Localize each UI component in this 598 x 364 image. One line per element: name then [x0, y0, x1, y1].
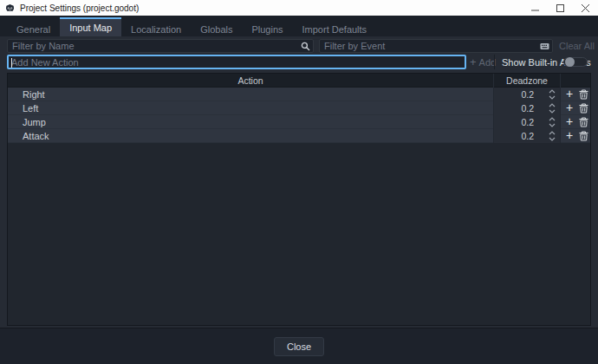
- trash-icon[interactable]: [579, 117, 588, 127]
- close-icon[interactable]: [573, 0, 598, 16]
- filter-by-event-input[interactable]: [320, 40, 552, 52]
- add-event-icon[interactable]: +: [566, 115, 573, 128]
- tab-import-defaults[interactable]: Import Defaults: [293, 19, 377, 36]
- add-event-icon[interactable]: +: [566, 129, 573, 142]
- trash-icon[interactable]: [579, 89, 588, 100]
- filter-by-name-input[interactable]: [8, 40, 313, 52]
- deadzone-spinbox[interactable]: 0.2: [493, 129, 560, 143]
- deadzone-value[interactable]: 0.2: [521, 115, 534, 129]
- text-caret: [11, 58, 12, 68]
- deadzone-value[interactable]: 0.2: [521, 129, 534, 143]
- spinner-icon[interactable]: [549, 89, 556, 100]
- column-header-action[interactable]: Action: [8, 74, 493, 88]
- event-capture-icon[interactable]: [540, 42, 549, 51]
- add-event-icon[interactable]: +: [566, 88, 573, 101]
- titlebar[interactable]: Project Settings (project.godot): [0, 0, 598, 16]
- trash-icon[interactable]: [579, 103, 588, 114]
- column-header-deadzone[interactable]: Deadzone: [493, 74, 560, 88]
- row-buttons: +: [560, 101, 592, 115]
- column-header-buttons: [560, 74, 591, 88]
- project-settings-window: Project Settings (project.godot) General…: [0, 0, 598, 364]
- plus-icon: +: [470, 58, 477, 67]
- show-builtin-actions-toggle[interactable]: [563, 57, 588, 67]
- deadzone-value[interactable]: 0.2: [521, 101, 534, 115]
- add-new-action-field: [7, 55, 466, 69]
- tree-header: Action Deadzone: [8, 74, 590, 88]
- toolbar-divider: [494, 55, 495, 69]
- row-buttons: +: [560, 129, 592, 143]
- action-row[interactable]: Jump 0.2 +: [8, 115, 590, 129]
- add-action-button[interactable]: + Add: [470, 55, 496, 69]
- search-icon: [301, 42, 310, 51]
- filter-by-event-field: [319, 39, 553, 53]
- minimize-icon[interactable]: [523, 0, 548, 16]
- row-buttons: +: [560, 115, 592, 129]
- trash-icon[interactable]: [579, 131, 588, 141]
- toggle-knob: [565, 57, 575, 67]
- tab-input-map[interactable]: Input Map: [60, 17, 121, 36]
- deadzone-value[interactable]: 0.2: [521, 88, 534, 101]
- action-row[interactable]: Attack 0.2 +: [8, 129, 590, 143]
- row-buttons: +: [560, 88, 592, 101]
- action-row[interactable]: Right 0.2 +: [8, 88, 590, 101]
- action-row[interactable]: Left 0.2 +: [8, 101, 590, 115]
- deadzone-spinbox[interactable]: 0.2: [493, 88, 560, 101]
- filter-by-name-field: [7, 39, 314, 53]
- clear-all-button[interactable]: Clear All: [559, 41, 595, 51]
- tab-general[interactable]: General: [7, 19, 60, 36]
- action-name[interactable]: Attack: [23, 129, 49, 143]
- dialog-footer: Close: [0, 328, 598, 364]
- tab-plugins[interactable]: Plugins: [242, 19, 292, 36]
- tab-localization[interactable]: Localization: [121, 19, 191, 36]
- spinner-icon[interactable]: [549, 103, 556, 114]
- tab-globals[interactable]: Globals: [191, 19, 242, 36]
- spinner-icon[interactable]: [549, 117, 556, 127]
- add-new-action-input[interactable]: [9, 56, 465, 68]
- deadzone-spinbox[interactable]: 0.2: [493, 101, 560, 115]
- close-button[interactable]: Close: [274, 337, 324, 356]
- spinner-icon[interactable]: [549, 131, 556, 141]
- action-name[interactable]: Jump: [23, 115, 46, 129]
- input-map-tree: Action Deadzone Right 0.2 +: [7, 73, 591, 326]
- action-name[interactable]: Right: [23, 88, 45, 101]
- window-controls: [523, 0, 598, 16]
- window-title: Project Settings (project.godot): [20, 3, 139, 13]
- maximize-icon[interactable]: [548, 0, 573, 16]
- deadzone-spinbox[interactable]: 0.2: [493, 115, 560, 129]
- action-name[interactable]: Left: [23, 101, 38, 115]
- settings-tabbar: General Input Map Localization Globals P…: [0, 16, 598, 36]
- godot-icon: [5, 3, 15, 13]
- add-event-icon[interactable]: +: [566, 101, 573, 114]
